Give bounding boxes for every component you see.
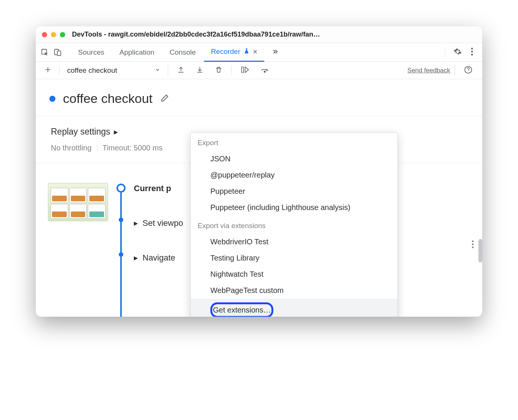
export-menu: Export JSON @puppeteer/replay Puppeteer …: [190, 132, 398, 317]
svg-point-11: [472, 247, 474, 248]
devtools-window: DevTools - rawgit.com/ebidel/2d2bb0cdec3…: [36, 26, 482, 317]
maximize-window-button[interactable]: [60, 32, 65, 37]
import-icon[interactable]: [192, 66, 208, 75]
replay-icon[interactable]: [236, 66, 254, 75]
step-over-icon[interactable]: [256, 66, 274, 75]
export-nightwatch-item[interactable]: Nightwatch Test: [191, 266, 397, 282]
close-tab-icon[interactable]: ✕: [253, 48, 257, 55]
window-title: DevTools - rawgit.com/ebidel/2d2bb0cdec3…: [72, 31, 476, 38]
export-webdriverio-item[interactable]: WebdriverIO Test: [191, 234, 397, 250]
recording-selector[interactable]: coffee checkout: [64, 66, 163, 75]
svg-rect-2: [57, 51, 61, 55]
svg-point-5: [471, 54, 473, 55]
tab-label: Recorder: [211, 48, 240, 56]
svg-point-3: [471, 48, 473, 49]
svg-point-4: [471, 51, 473, 52]
content-area: coffee checkout Replay settings ▶ No thr…: [36, 79, 482, 317]
tab-sources[interactable]: Sources: [71, 43, 111, 62]
window-titlebar: DevTools - rawgit.com/ebidel/2d2bb0cdec3…: [36, 26, 482, 43]
tab-recorder[interactable]: Recorder ✕: [204, 43, 264, 62]
timeline-start-node: [116, 184, 126, 193]
export-testing-library-item[interactable]: Testing Library: [191, 250, 397, 266]
export-icon[interactable]: [173, 66, 189, 75]
step-more-icon[interactable]: [472, 240, 474, 251]
svg-rect-6: [242, 67, 244, 72]
device-toggle-icon[interactable]: [53, 48, 62, 57]
timeline-step-dot: [119, 252, 123, 257]
send-feedback-link[interactable]: Send feedback: [408, 67, 450, 74]
throttling-value: No throttling: [51, 144, 97, 152]
recording-heading: coffee checkout: [36, 79, 482, 116]
close-window-button[interactable]: [42, 32, 47, 37]
help-icon[interactable]: [460, 66, 477, 75]
svg-point-10: [472, 244, 474, 245]
export-puppeteer-lighthouse-item[interactable]: Puppeteer (including Lighthouse analysis…: [191, 199, 397, 216]
svg-point-9: [472, 241, 474, 242]
inspect-element-icon[interactable]: [40, 48, 49, 57]
timeline: [116, 183, 126, 263]
divider: [455, 66, 455, 75]
recording-title: coffee checkout: [63, 91, 153, 106]
get-extensions-item[interactable]: Get extensions…: [191, 299, 397, 317]
traffic-lights: [42, 32, 65, 37]
triangle-right-icon: ▶: [134, 255, 138, 261]
tab-application[interactable]: Application: [113, 43, 161, 62]
export-section-label: Export: [191, 133, 397, 151]
devtools-tabbar: Sources Application Console Recorder ✕: [36, 43, 482, 62]
export-extensions-section-label: Export via extensions: [191, 216, 397, 234]
tab-label: Application: [120, 48, 155, 57]
divider: [59, 66, 60, 75]
get-extensions-label: Get extensions…: [213, 306, 271, 314]
settings-label: Replay settings: [51, 127, 110, 137]
recording-name: coffee checkout: [67, 66, 117, 75]
divider: [168, 66, 168, 75]
export-json-item[interactable]: JSON: [191, 151, 397, 167]
edit-title-icon[interactable]: [160, 94, 169, 104]
timeline-step-dot: [119, 218, 123, 222]
timeout-value: Timeout: 5000 ms: [97, 144, 162, 152]
divider: [445, 47, 445, 58]
tab-label: Sources: [78, 48, 104, 57]
triangle-right-icon: ▶: [134, 220, 138, 226]
page-thumbnail: [48, 183, 108, 221]
tab-console[interactable]: Console: [163, 43, 203, 62]
triangle-right-icon: ▶: [114, 129, 118, 135]
tabs-overflow-icon[interactable]: [266, 48, 285, 57]
status-dot: [49, 96, 55, 102]
settings-gear-icon[interactable]: [451, 48, 465, 57]
svg-point-7: [264, 71, 265, 72]
delete-icon[interactable]: [210, 66, 227, 75]
export-webpagetest-item[interactable]: WebPageTest custom: [191, 282, 397, 299]
chevron-down-icon: [155, 67, 160, 74]
export-puppeteer-item[interactable]: Puppeteer: [191, 183, 397, 199]
minimize-window-button[interactable]: [51, 32, 56, 37]
divider: [231, 66, 232, 75]
new-recording-icon[interactable]: [41, 66, 55, 75]
export-puppeteer-replay-item[interactable]: @puppeteer/replay: [191, 167, 397, 183]
flask-icon: [244, 48, 250, 56]
more-options-icon[interactable]: [466, 48, 478, 57]
highlight-ring: Get extensions…: [210, 302, 273, 317]
tab-label: Console: [170, 48, 196, 57]
recorder-toolbar: coffee checkout Send feedback: [36, 62, 482, 79]
